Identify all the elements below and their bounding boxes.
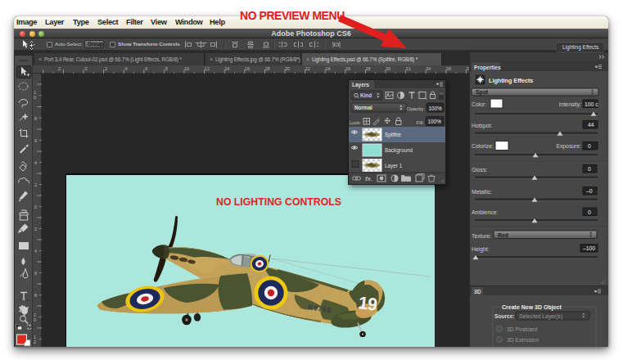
- svg-text:100%: 100%: [429, 106, 443, 111]
- svg-text:34: 34: [426, 66, 431, 71]
- svg-text:100%: 100%: [428, 119, 442, 124]
- svg-text:4: 4: [125, 66, 128, 71]
- svg-text:Spot: Spot: [476, 89, 489, 96]
- svg-text:8: 8: [165, 66, 168, 71]
- svg-text:Properties: Properties: [474, 65, 501, 71]
- svg-text:10: 10: [184, 66, 189, 71]
- svg-text:Spitfire: Spitfire: [385, 132, 401, 138]
- svg-text:22: 22: [305, 66, 310, 71]
- svg-text:3D: 3D: [474, 289, 481, 294]
- svg-text:Lock:: Lock:: [350, 120, 361, 125]
- svg-text:6: 6: [34, 271, 37, 276]
- svg-text:2: 2: [105, 66, 107, 71]
- svg-text:Intensity:: Intensity:: [559, 101, 581, 108]
- svg-text:fx.: fx.: [365, 175, 372, 182]
- svg-text:8: 8: [34, 116, 37, 121]
- svg-text:44: 44: [588, 122, 594, 128]
- svg-text:4: 4: [34, 160, 37, 165]
- svg-text:100 c: 100 c: [585, 101, 598, 107]
- svg-text:Red: Red: [498, 232, 508, 238]
- svg-text:0: 0: [34, 95, 36, 100]
- svg-text:0: 0: [34, 204, 37, 209]
- svg-text:Height:: Height:: [472, 246, 490, 253]
- svg-text:Hotspot:: Hotspot:: [472, 123, 492, 129]
- svg-text:19: 19: [357, 293, 378, 315]
- svg-text:8: 8: [34, 293, 37, 298]
- svg-text:Exposure:: Exposure:: [556, 143, 581, 150]
- svg-text:30: 30: [386, 66, 391, 71]
- svg-text:Ambience:: Ambience:: [472, 209, 498, 215]
- svg-text:Opacity:: Opacity:: [407, 106, 426, 111]
- svg-text:28: 28: [365, 66, 370, 71]
- svg-text:3D Postcard: 3D Postcard: [507, 326, 538, 332]
- svg-text:Lighting Effects: Lighting Effects: [489, 77, 533, 84]
- svg-text:2: 2: [34, 339, 36, 344]
- svg-text:Texture:: Texture:: [472, 233, 491, 239]
- svg-text:Metallic:: Metallic:: [472, 189, 492, 195]
- svg-text:2: 2: [34, 227, 37, 231]
- svg-text:Background: Background: [385, 147, 413, 154]
- svg-text:26: 26: [345, 66, 350, 71]
- svg-text:0: 0: [588, 166, 591, 172]
- svg-text:3D Extrusion: 3D Extrusion: [507, 337, 539, 343]
- svg-text:6: 6: [34, 138, 37, 143]
- svg-text:Normal: Normal: [354, 105, 372, 110]
- svg-text:–100: –100: [583, 245, 595, 251]
- svg-text:Layers: Layers: [352, 82, 369, 88]
- svg-text:20: 20: [285, 66, 290, 71]
- svg-text:0: 0: [85, 66, 88, 71]
- svg-text:18: 18: [264, 66, 269, 71]
- svg-text:Source:: Source:: [494, 313, 515, 319]
- svg-text:Color:: Color:: [472, 101, 486, 107]
- svg-text:0: 0: [588, 143, 591, 149]
- svg-text:Selected Layer(s): Selected Layer(s): [519, 313, 562, 320]
- svg-text:14: 14: [224, 66, 229, 71]
- svg-text:Create New 3D Object: Create New 3D Object: [502, 304, 562, 311]
- svg-text:16: 16: [245, 66, 250, 71]
- svg-text:36: 36: [446, 66, 451, 71]
- svg-text:Kind: Kind: [360, 92, 372, 98]
- svg-text:2: 2: [34, 182, 37, 187]
- svg-text:2: 2: [58, 66, 61, 71]
- svg-text:32: 32: [406, 66, 411, 71]
- svg-text:–0: –0: [586, 188, 593, 194]
- svg-text:24: 24: [325, 66, 330, 71]
- svg-text:Fill:: Fill:: [417, 119, 425, 125]
- svg-text:6: 6: [145, 66, 147, 71]
- svg-text:0: 0: [34, 317, 36, 322]
- svg-text:4: 4: [34, 249, 37, 254]
- svg-text:Gloss:: Gloss:: [472, 167, 487, 173]
- svg-text:0: 0: [588, 209, 591, 215]
- svg-text:12: 12: [205, 66, 210, 71]
- svg-text:Colorize:: Colorize:: [472, 143, 494, 149]
- svg-text:Layer 1: Layer 1: [385, 163, 403, 169]
